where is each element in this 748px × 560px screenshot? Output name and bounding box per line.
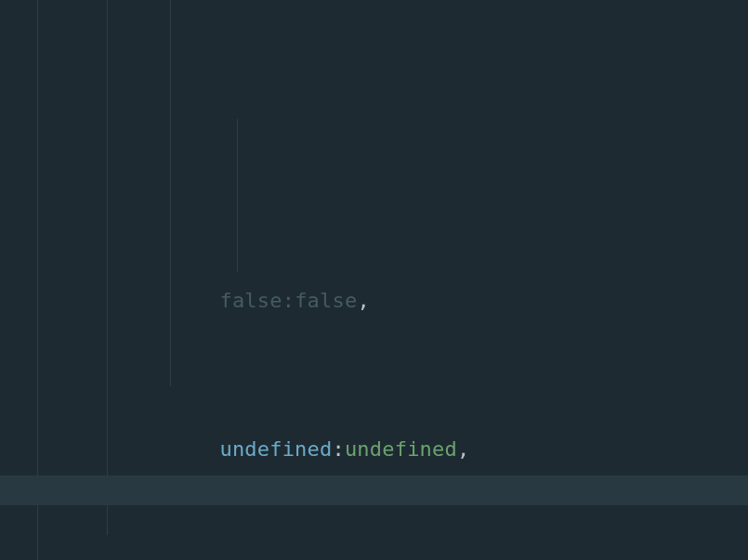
active-line-highlight [0,475,748,505]
val-false: false [295,289,357,312]
key-false: false [219,289,282,312]
key-undefined: undefined [219,437,332,461]
code-editor: false:false, undefined:undefined, text:"… [0,0,748,560]
val-undefined: undefined [345,437,457,461]
